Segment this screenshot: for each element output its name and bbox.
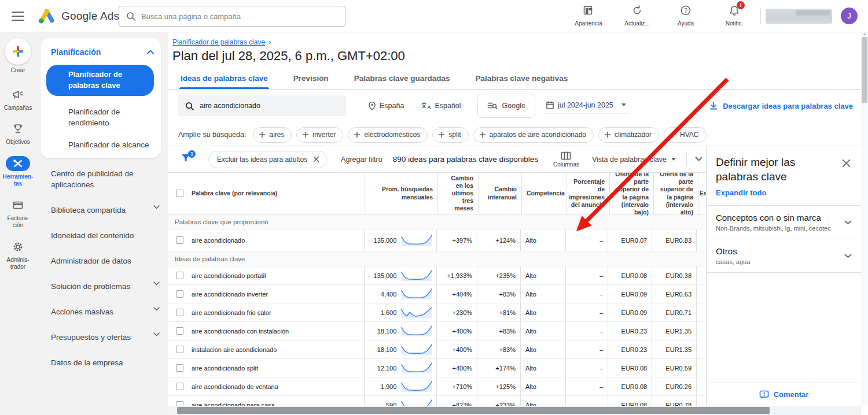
row-checkbox[interactable]: [176, 272, 183, 279]
help-button[interactable]: ? Ayuda: [668, 5, 704, 27]
expand-chevron-icon[interactable]: [695, 157, 703, 162]
rail-item-herramientas[interactable]: Herramien- tas: [3, 156, 34, 188]
download-ideas-button[interactable]: Descargar ideas para palabras clave: [709, 101, 853, 110]
refresh-icon: [631, 5, 643, 18]
broaden-search-row: Amplíe su búsqueda: aires inverter elect…: [168, 122, 868, 147]
close-icon[interactable]: [842, 159, 851, 168]
notifications-button[interactable]: ! Notific.: [716, 5, 752, 27]
sidebar-item-keyword-planner[interactable]: Planificador de palabras clave: [46, 65, 154, 96]
rail-item-objetivos[interactable]: Objetivos: [6, 121, 30, 146]
keyword-search-input[interactable]: aire acondicionado: [178, 95, 346, 116]
language-selector[interactable]: A Español: [421, 102, 461, 110]
translate-icon: A: [421, 102, 431, 110]
menu-icon[interactable]: [12, 12, 24, 21]
brand-name: Google Ads: [61, 10, 119, 23]
refine-section-brand[interactable]: Conceptos con o sin marca Non-Brands, mi…: [707, 205, 861, 239]
appearance-icon: [583, 5, 594, 18]
plan-toolbar: aire acondicionado España A Español Goog…: [168, 90, 868, 122]
search-network-icon: [487, 102, 498, 110]
sidebar-item-performance-planner[interactable]: Planificador de rendimiento: [49, 106, 154, 129]
broaden-chip-climatizador[interactable]: climatizador: [598, 127, 659, 143]
broaden-chip-aparatos[interactable]: aparatos de aire acondicionado: [473, 127, 594, 143]
row-checkbox[interactable]: [176, 383, 183, 390]
plus-icon: [438, 131, 445, 138]
search-trend-sparkline: [400, 288, 433, 300]
columns-button[interactable]: Columnas: [553, 151, 579, 168]
horizontal-scrollbar[interactable]: [168, 406, 861, 415]
broaden-chip-electrodomesticos[interactable]: electrodomésticos: [348, 127, 428, 143]
tab-negative-keywords[interactable]: Palabras clave negativas: [474, 69, 569, 89]
vertical-scrollbar-thumb[interactable]: [862, 37, 867, 103]
add-filter-button[interactable]: Agregar filtro: [341, 155, 382, 164]
trophy-icon: [6, 121, 30, 136]
row-checkbox[interactable]: [176, 346, 183, 353]
breadcrumb-link[interactable]: Planificador de palabras clave: [172, 38, 265, 46]
row-checkbox[interactable]: [176, 401, 183, 406]
columns-icon: [561, 151, 571, 160]
avatar[interactable]: J: [841, 8, 858, 24]
row-checkbox[interactable]: [176, 290, 183, 298]
broaden-chip-hvac[interactable]: HVAC: [664, 127, 706, 143]
section-keyword-ideas: Ideas de palabras clave: [168, 251, 706, 266]
rail-item-crear[interactable]: Crear: [5, 38, 31, 75]
broaden-chip-aires[interactable]: aires: [253, 127, 292, 143]
sidebar-item-business-data[interactable]: Datos de la empresa: [51, 358, 160, 369]
planning-section-header[interactable]: Planificación: [49, 47, 154, 57]
sidebar-item-reach-planner[interactable]: Planificador de alcance: [49, 139, 154, 151]
row-checkbox[interactable]: [176, 236, 183, 244]
sidebar-item-data-manager[interactable]: Administrador de datos: [51, 256, 160, 267]
global-search-input[interactable]: [141, 12, 345, 21]
header-checkbox[interactable]: [176, 190, 183, 197]
gear-icon: [6, 239, 30, 254]
appearance-button[interactable]: Apariencia: [571, 5, 606, 27]
tab-saved-keywords[interactable]: Palabras clave guardadas: [353, 69, 451, 89]
refresh-button[interactable]: Actualiz...: [619, 5, 655, 27]
refine-section-others[interactable]: Otros casas, agua: [707, 239, 861, 272]
tab-forecast[interactable]: Previsión: [292, 69, 330, 89]
tab-keyword-ideas[interactable]: Ideas de palabras clave: [179, 69, 269, 89]
rail-item-administrador[interactable]: Adminis- trador: [6, 239, 30, 271]
keyword-ideas-table: Palabra clave (por relevancia) Prom. bús…: [168, 173, 706, 406]
search-icon: [185, 102, 194, 110]
expand-all-link[interactable]: Expandir todo: [707, 184, 861, 205]
table-row: aire acondicionado portatil 135,000 +1,9…: [168, 266, 706, 285]
row-checkbox[interactable]: [176, 327, 183, 335]
global-search-box[interactable]: [119, 6, 345, 27]
row-checkbox[interactable]: [176, 309, 183, 316]
vertical-scrollbar[interactable]: [861, 32, 868, 406]
broaden-chip-inverter[interactable]: inverter: [296, 127, 343, 143]
search-trend-sparkline: [400, 362, 433, 374]
dropdown-arrow-icon: [671, 158, 676, 161]
search-trend-sparkline: [400, 399, 433, 406]
location-selector[interactable]: España: [368, 101, 404, 110]
search-trend-sparkline: [400, 235, 433, 246]
sidebar-item-shared-library[interactable]: Biblioteca compartida: [51, 205, 160, 216]
svg-text:A: A: [427, 104, 431, 110]
chevron-down-icon: [844, 220, 852, 225]
row-checkbox[interactable]: [176, 364, 183, 372]
main-content: Planificador de palabras clave › Plan de…: [168, 32, 868, 415]
keyword-view-dropdown[interactable]: Vista de palabras clave: [592, 155, 676, 164]
nav-rail: Crear Campañas Objetivos Herramien- tas …: [0, 32, 36, 415]
rail-item-facturacion[interactable]: Factura- ción: [6, 198, 30, 229]
page-title: Plan del jul 28, 2025, 6 p.m., GMT+02:00: [168, 46, 868, 64]
comment-button[interactable]: Comentar: [707, 383, 861, 406]
horizontal-scrollbar-thumb[interactable]: [177, 407, 770, 414]
rail-item-campanas[interactable]: Campañas: [4, 87, 32, 112]
broaden-chip-split[interactable]: split: [432, 127, 468, 143]
sidebar-item-troubleshooting[interactable]: Solución de problemas: [51, 281, 160, 292]
planning-sidebar: Planificación Planificador de palabras c…: [36, 32, 168, 415]
account-name-redacted: [766, 9, 832, 24]
date-range-selector[interactable]: jul 2024-jun 2025: [543, 98, 630, 114]
filter-button[interactable]: 1: [181, 153, 193, 166]
network-selector[interactable]: Google: [477, 94, 535, 118]
table-row: aire acondicionado frio calor 1,600 +230…: [168, 303, 706, 322]
close-icon[interactable]: [313, 156, 319, 162]
sidebar-item-budgets-bids[interactable]: Presupuestos y ofertas: [51, 332, 160, 343]
exclude-adult-ideas-chip[interactable]: Excluir las ideas para adultos: [208, 151, 327, 168]
sidebar-item-content-suitability[interactable]: Idoneidad del contenido: [51, 231, 160, 242]
sidebar-item-bulk-actions[interactable]: Acciones masivas: [51, 307, 160, 318]
sidebar-item-app-ads-hub[interactable]: Centro de publicidad de aplicaciones: [51, 169, 160, 191]
section-provided-keywords: Palabras clave que proporcionó: [168, 214, 706, 229]
search-trend-sparkline: [400, 381, 433, 392]
